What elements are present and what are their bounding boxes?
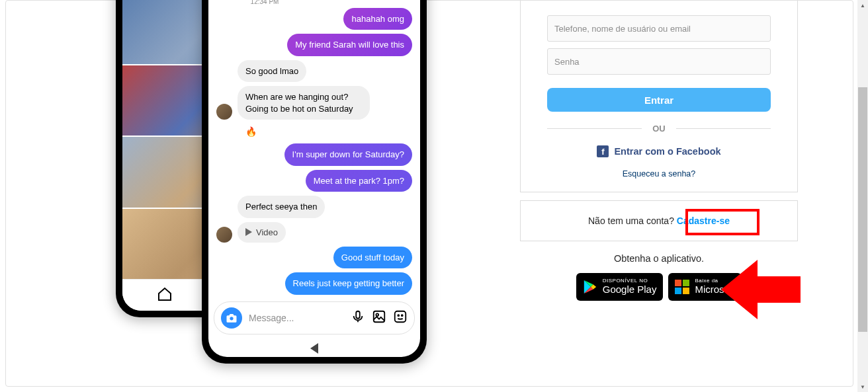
- avatar: [216, 227, 232, 243]
- sticker-icon[interactable]: [393, 309, 408, 327]
- msg-outgoing: Good stuff today: [333, 247, 412, 269]
- msg-outgoing: hahahah omg: [343, 8, 412, 30]
- gplay-big: Google Play: [603, 284, 657, 295]
- home-icon[interactable]: [157, 286, 173, 305]
- signup-prompt: Não tem uma conta? Cadastre-se: [588, 216, 730, 226]
- avatar-spacer: [216, 124, 232, 139]
- msg-outgoing: My friend Sarah will love this: [287, 34, 412, 56]
- no-account-text: Não tem uma conta?: [588, 216, 677, 226]
- password-input[interactable]: [547, 48, 771, 75]
- scroll-up-icon[interactable]: ▲: [857, 0, 868, 11]
- play-icon: [245, 228, 252, 236]
- signup-card: Não tem uma conta? Cadastre-se: [520, 200, 798, 241]
- phone-right: lmao 12:34 PM hahahah omg My friend Sara…: [202, 0, 427, 364]
- microsoft-icon: [675, 280, 689, 294]
- phones-showcase: lmao 12:34 PM hahahah omg My friend Sara…: [0, 0, 450, 392]
- back-icon[interactable]: [310, 343, 318, 354]
- msg-outgoing: Reels just keep getting better: [285, 272, 412, 295]
- vertical-scrollbar[interactable]: ▲ ▼: [857, 0, 868, 392]
- mic-icon[interactable]: [351, 309, 365, 327]
- facebook-icon: f: [597, 145, 609, 157]
- image-icon[interactable]: [372, 309, 386, 327]
- auth-panel: Entrar OU f Entrar com o Facebook Esquec…: [450, 0, 868, 392]
- message-input[interactable]: Message...: [249, 313, 344, 323]
- avatar-spacer: [216, 66, 232, 82]
- username-input[interactable]: [547, 15, 771, 42]
- reaction-fire: 🔥: [238, 124, 265, 139]
- android-nav-bar: [208, 340, 420, 357]
- msg-video-attachment: Video: [238, 222, 286, 243]
- chat-timestamp: 12:34 PM: [216, 0, 412, 5]
- facebook-login-label: Entrar com o Facebook: [614, 146, 720, 157]
- store-badges: DISPONÍVEL NO Google Play Baixe da Micro…: [576, 273, 742, 301]
- msg-incoming: So good lmao: [238, 60, 306, 83]
- msg-outgoing: Meet at the park? 1pm?: [306, 170, 412, 192]
- signup-link[interactable]: Cadastre-se: [677, 216, 730, 226]
- camera-button[interactable]: [221, 307, 242, 329]
- google-play-badge[interactable]: DISPONÍVEL NO Google Play: [576, 273, 664, 301]
- svg-rect-4: [374, 311, 385, 323]
- google-play-icon: [583, 279, 597, 295]
- login-button[interactable]: Entrar: [547, 88, 771, 112]
- msg-outgoing: I'm super down for Saturday?: [284, 143, 412, 166]
- message-input-bar[interactable]: Message...: [214, 301, 415, 334]
- forgot-password-link[interactable]: Esqueceu a senha?: [623, 169, 696, 178]
- facebook-login-button[interactable]: f Entrar com o Facebook: [597, 145, 720, 157]
- svg-rect-3: [356, 311, 360, 319]
- svg-point-5: [376, 313, 378, 316]
- video-label: Video: [256, 227, 278, 237]
- avatar-spacer: [216, 202, 232, 218]
- annotation-arrow-icon: [721, 256, 801, 323]
- svg-point-7: [398, 315, 399, 316]
- msg-incoming: When are we hanging out? Going to be hot…: [238, 86, 370, 120]
- avatar: [216, 104, 232, 120]
- scroll-thumb[interactable]: [858, 87, 867, 332]
- scroll-down-icon[interactable]: ▼: [857, 381, 868, 392]
- svg-rect-6: [395, 311, 406, 323]
- chat-thread: lmao 12:34 PM hahahah omg My friend Sara…: [208, 0, 420, 301]
- svg-point-2: [230, 317, 233, 320]
- login-card: Entrar OU f Entrar com o Facebook Esquec…: [520, 0, 798, 192]
- get-app-label: Obtenha o aplicativo.: [614, 253, 704, 264]
- or-divider: OU: [547, 124, 771, 134]
- or-label: OU: [652, 124, 666, 134]
- msg-incoming: Perfect seeya then: [238, 196, 325, 218]
- svg-point-8: [402, 315, 403, 316]
